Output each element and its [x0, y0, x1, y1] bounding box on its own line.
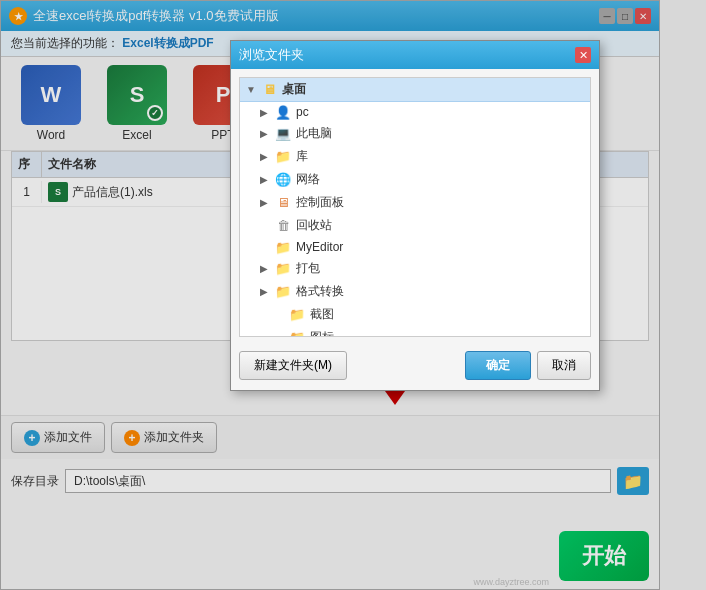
new-folder-button[interactable]: 新建文件夹(M) [239, 351, 347, 380]
library-icon: 📁 [274, 150, 292, 164]
tree-item-pack[interactable]: ▶ 📁 打包 [240, 257, 590, 280]
tree-item-myeditor[interactable]: 📁 MyEditor [240, 237, 590, 257]
dialog-title-bar: 浏览文件夹 ✕ [231, 41, 599, 69]
tree-arrow-recycle [260, 220, 274, 231]
tree-label-myeditor: MyEditor [296, 240, 343, 254]
dialog-buttons: 新建文件夹(M) 确定 取消 [231, 345, 599, 390]
tree-arrow-desktop: ▼ [246, 84, 260, 95]
cancel-label: 取消 [552, 358, 576, 372]
tree-arrow-pack: ▶ [260, 263, 274, 274]
tree-arrow-pc: ▶ [260, 107, 274, 118]
dialog-ok-cancel-group: 确定 取消 [465, 351, 591, 380]
tree-label-library: 库 [296, 148, 308, 165]
tree-label-computer: 此电脑 [296, 125, 332, 142]
tree-arrow-icons [274, 332, 288, 337]
tree-arrow-library: ▶ [260, 151, 274, 162]
ok-label: 确定 [486, 358, 510, 372]
tree-label-icons: 图标 [310, 329, 334, 337]
tree-arrow-format: ▶ [260, 286, 274, 297]
icons-icon: 📁 [288, 331, 306, 338]
controlpanel-icon: 🖥 [274, 196, 292, 210]
tree-arrow-computer: ▶ [260, 128, 274, 139]
tree-arrow-network: ▶ [260, 174, 274, 185]
tree-item-desktop[interactable]: ▼ 🖥 桌面 [240, 78, 590, 102]
desktop-icon: 🖥 [260, 83, 278, 97]
new-folder-label: 新建文件夹(M) [254, 358, 332, 372]
recycle-icon: 🗑 [274, 219, 292, 233]
dialog-title: 浏览文件夹 [239, 46, 304, 64]
tree-item-computer[interactable]: ▶ 💻 此电脑 [240, 122, 590, 145]
tree-item-recycle[interactable]: 🗑 回收站 [240, 214, 590, 237]
tree-arrow-screenshot [274, 309, 288, 320]
dialog-close-button[interactable]: ✕ [575, 47, 591, 63]
tree-label-screenshot: 截图 [310, 306, 334, 323]
screenshot-icon: 📁 [288, 308, 306, 322]
tree-item-library[interactable]: ▶ 📁 库 [240, 145, 590, 168]
tree-item-controlpanel[interactable]: ▶ 🖥 控制面板 [240, 191, 590, 214]
tree-item-screenshot[interactable]: 📁 截图 [240, 303, 590, 326]
myeditor-icon: 📁 [274, 240, 292, 254]
computer-icon: 💻 [274, 127, 292, 141]
tree-label-recycle: 回收站 [296, 217, 332, 234]
folder-tree[interactable]: ▼ 🖥 桌面 ▶ 👤 pc ▶ 💻 此电脑 ▶ 📁 库 ▶ 🌐 网络 [239, 77, 591, 337]
dialog-cancel-button[interactable]: 取消 [537, 351, 591, 380]
tree-item-format[interactable]: ▶ 📁 格式转换 [240, 280, 590, 303]
tree-item-icons[interactable]: 📁 图标 [240, 326, 590, 337]
tree-label-desktop: 桌面 [282, 81, 306, 98]
dialog-ok-button[interactable]: 确定 [465, 351, 531, 380]
tree-label-pc: pc [296, 105, 309, 119]
tree-arrow-controlpanel: ▶ [260, 197, 274, 208]
browse-folder-dialog: 浏览文件夹 ✕ ▼ 🖥 桌面 ▶ 👤 pc ▶ 💻 此电脑 ▶ 📁 库 [230, 40, 600, 391]
tree-item-pc[interactable]: ▶ 👤 pc [240, 102, 590, 122]
pc-icon: 👤 [274, 105, 292, 119]
network-icon: 🌐 [274, 173, 292, 187]
pack-icon: 📁 [274, 262, 292, 276]
tree-label-format: 格式转换 [296, 283, 344, 300]
tree-label-pack: 打包 [296, 260, 320, 277]
tree-label-network: 网络 [296, 171, 320, 188]
tree-label-controlpanel: 控制面板 [296, 194, 344, 211]
tree-arrow-myeditor [260, 242, 274, 253]
tree-item-network[interactable]: ▶ 🌐 网络 [240, 168, 590, 191]
format-icon: 📁 [274, 285, 292, 299]
